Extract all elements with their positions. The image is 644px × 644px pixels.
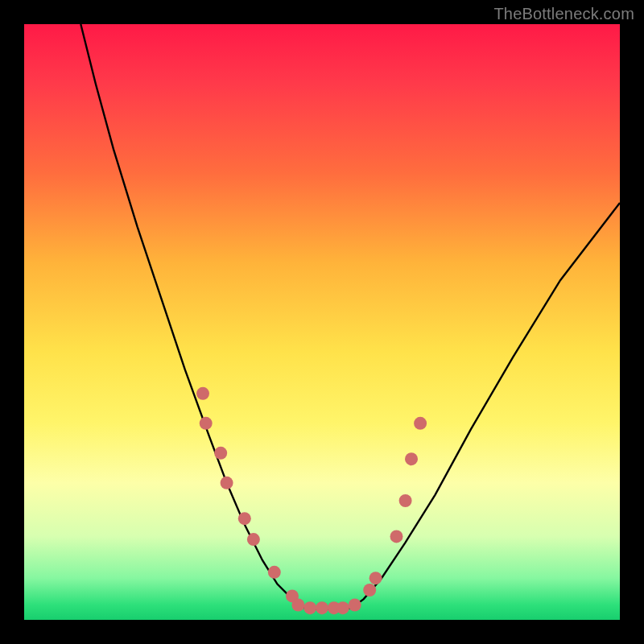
curve-marker: [291, 599, 304, 612]
curve-path: [80, 24, 620, 609]
curve-marker: [399, 494, 412, 507]
curve-markers: [196, 387, 427, 614]
curve-marker: [316, 601, 328, 614]
curve-marker: [349, 599, 361, 612]
curve-marker: [336, 601, 349, 614]
curve-marker: [196, 387, 209, 400]
curve-marker: [200, 417, 213, 430]
curve-marker: [221, 477, 233, 489]
curve-marker: [303, 601, 316, 614]
curve-marker: [405, 452, 418, 465]
plot-area: [24, 24, 620, 620]
curve-marker: [214, 447, 227, 460]
curve-marker: [390, 530, 403, 543]
bottleneck-curve: [24, 24, 620, 620]
curve-marker: [414, 417, 427, 430]
curve-marker: [369, 572, 382, 584]
curve-marker: [363, 584, 376, 597]
curve-marker: [238, 512, 251, 525]
curve-marker: [247, 533, 260, 546]
watermark-text: TheBottleneck.com: [493, 5, 634, 23]
frame: TheBottleneck.com: [0, 0, 644, 644]
curve-marker: [268, 566, 281, 579]
